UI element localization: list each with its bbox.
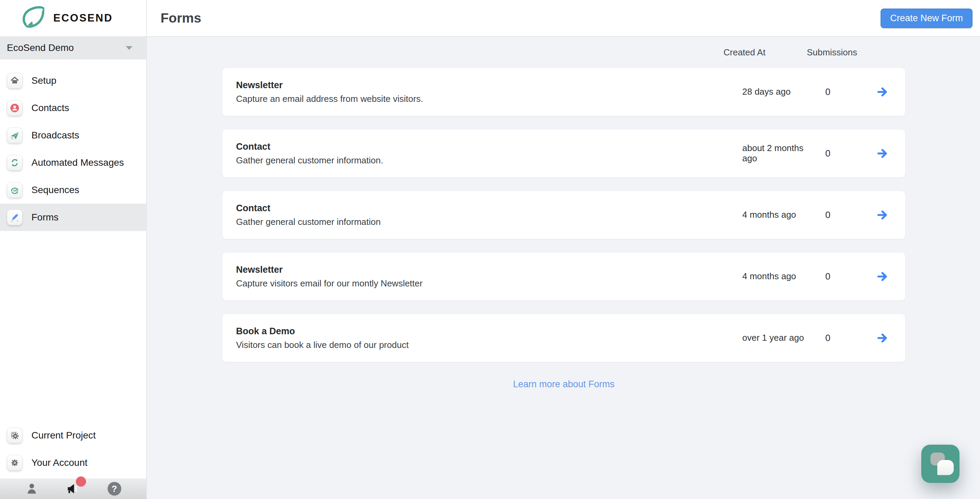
app-logo: ECOSEND — [0, 0, 146, 36]
table-header-row: Created At Submissions — [223, 47, 905, 59]
form-created-at: over 1 year ago — [742, 333, 816, 343]
leaf-logo-icon — [21, 5, 46, 32]
sidebar-item-contacts[interactable]: Contacts — [0, 94, 146, 122]
paper-plane-icon — [7, 128, 22, 143]
sidebar: ECOSEND EcoSend Demo Setup — [0, 0, 147, 499]
home-icon — [7, 73, 22, 89]
sidebar-item-sequences[interactable]: Sequences — [0, 176, 146, 204]
column-header-created-at: Created At — [724, 47, 765, 58]
help-icon[interactable]: ? — [108, 482, 121, 496]
form-created-at: 4 months ago — [742, 271, 816, 282]
form-submissions-count: 0 — [816, 271, 860, 282]
open-form-arrow-icon[interactable] — [860, 208, 905, 222]
sidebar-nav: Setup Contacts — [0, 67, 146, 231]
form-submissions-count: 0 — [816, 210, 860, 220]
sidebar-secondary-nav: Current Project — [0, 422, 146, 477]
forms-table: Created At Submissions Newsletter Captur… — [223, 47, 905, 390]
sidebar-item-your-account[interactable]: Your Account — [0, 449, 146, 477]
announcements-megaphone-icon[interactable] — [65, 481, 81, 496]
form-submissions-count: 0 — [816, 333, 860, 343]
form-description: Visitors can book a live demo of our pro… — [236, 340, 742, 350]
form-row[interactable]: Newsletter Capture visitors email for ou… — [223, 253, 905, 300]
project-name: EcoSend Demo — [7, 42, 74, 53]
form-row-main: Newsletter Capture visitors email for ou… — [236, 265, 742, 289]
open-form-arrow-icon[interactable] — [860, 147, 905, 160]
learn-more-link-row: Learn more about Forms — [223, 379, 905, 390]
chat-widget-button[interactable] — [921, 445, 959, 483]
sidebar-item-label: Your Account — [32, 457, 88, 468]
form-name: Contact — [236, 203, 742, 214]
chevron-down-icon — [126, 46, 132, 50]
form-created-at: 28 days ago — [742, 87, 816, 97]
form-row[interactable]: Newsletter Capture an email address from… — [223, 68, 905, 116]
form-row-main: Newsletter Capture an email address from… — [236, 80, 742, 104]
main-area: Forms Create New Form Created At Submiss… — [147, 0, 980, 499]
sidebar-item-automated-messages[interactable]: Automated Messages — [0, 149, 146, 176]
sidebar-spacer — [0, 231, 146, 422]
form-description: Capture an email address from website vi… — [236, 94, 742, 104]
form-submissions-count: 0 — [816, 87, 860, 97]
form-created-at: 4 months ago — [742, 210, 816, 220]
form-name: Contact — [236, 142, 742, 152]
open-form-arrow-icon[interactable] — [860, 269, 905, 283]
form-row-main: Contact Gather general customer informat… — [236, 142, 742, 166]
form-row-main: Contact Gather general customer informat… — [236, 203, 742, 227]
account-settings-gear-icon — [7, 455, 22, 470]
form-description: Gather general customer information — [236, 217, 742, 227]
form-submissions-count: 0 — [816, 148, 860, 159]
create-new-form-button[interactable]: Create New Form — [881, 8, 972, 28]
contacts-icon — [7, 100, 22, 116]
column-header-submissions: Submissions — [807, 47, 857, 58]
form-row[interactable]: Contact Gather general customer informat… — [223, 129, 905, 177]
sidebar-item-setup[interactable]: Setup — [0, 67, 146, 94]
form-name: Book a Demo — [236, 326, 742, 336]
sidebar-item-label: Sequences — [32, 185, 79, 196]
sidebar-item-label: Automated Messages — [32, 157, 124, 168]
page-title: Forms — [161, 11, 201, 26]
chat-bubble-front-icon — [937, 460, 954, 475]
sidebar-item-broadcasts[interactable]: Broadcasts — [0, 122, 146, 149]
open-form-arrow-icon[interactable] — [860, 331, 905, 345]
sidebar-item-label: Setup — [32, 75, 56, 86]
sidebar-item-label: Forms — [32, 212, 59, 223]
brand-wordmark: ECOSEND — [53, 12, 113, 24]
sequence-loop-icon — [7, 182, 22, 198]
sidebar-item-label: Current Project — [32, 430, 95, 441]
form-description: Gather general customer information. — [236, 155, 742, 166]
learn-more-about-forms-link[interactable]: Learn more about Forms — [513, 379, 614, 389]
page-header: Forms Create New Form — [147, 0, 980, 37]
app-window: ECOSEND EcoSend Demo Setup — [0, 0, 980, 499]
form-name: Newsletter — [236, 265, 742, 275]
forms-content: Created At Submissions Newsletter Captur… — [147, 37, 980, 499]
refresh-icon — [7, 155, 22, 171]
project-settings-gear-icon — [7, 427, 22, 443]
form-list: Newsletter Capture an email address from… — [223, 68, 905, 362]
pencil-icon — [7, 209, 22, 225]
user-icon[interactable] — [25, 482, 38, 496]
sidebar-item-current-project[interactable]: Current Project — [0, 422, 146, 449]
sidebar-item-forms[interactable]: Forms — [0, 204, 146, 231]
open-form-arrow-icon[interactable] — [860, 85, 905, 99]
sidebar-item-label: Broadcasts — [32, 130, 79, 141]
form-row-main: Book a Demo Visitors can book a live dem… — [236, 326, 742, 350]
form-name: Newsletter — [236, 80, 742, 91]
form-row[interactable]: Contact Gather general customer informat… — [223, 191, 905, 239]
notification-badge — [76, 477, 86, 487]
sidebar-item-label: Contacts — [32, 102, 69, 113]
form-description: Capture visitors email for our montly Ne… — [236, 278, 742, 289]
sidebar-footer-bar: ? — [0, 478, 146, 499]
form-row[interactable]: Book a Demo Visitors can book a live dem… — [223, 314, 905, 362]
form-created-at: about 2 months ago — [742, 143, 816, 164]
project-switcher[interactable]: EcoSend Demo — [0, 36, 146, 59]
